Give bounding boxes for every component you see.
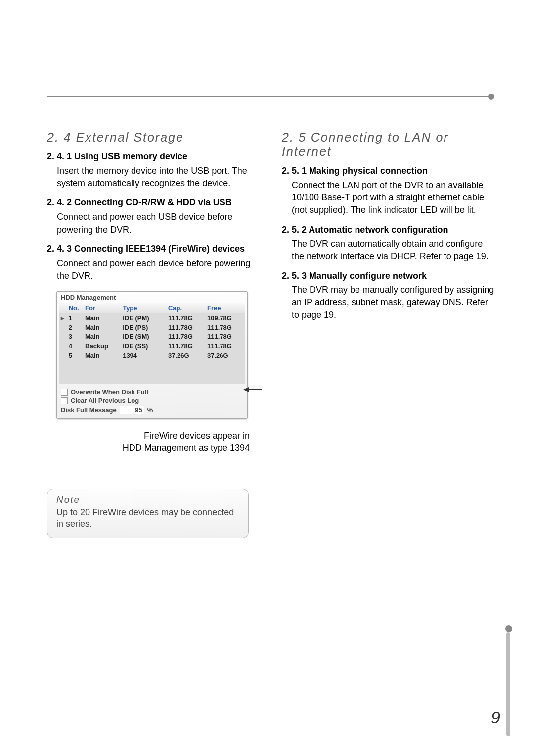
- page-number: 9: [491, 708, 500, 727]
- hdd-panel-title: HDD Management: [57, 292, 247, 303]
- cell-cap: 37.26G: [167, 351, 206, 360]
- cell-for: Backup: [84, 341, 121, 351]
- table-row[interactable]: 4 Backup IDE (SS) 111.78G 111.78G: [59, 341, 245, 351]
- hdd-options: Overwrite When Disk Full Clear All Previ…: [57, 384, 247, 418]
- cell-type: IDE (SS): [121, 341, 167, 351]
- disk-full-label: Disk Full Message: [61, 406, 117, 414]
- figure-caption: FireWire devices appear in HDD Managemen…: [47, 430, 250, 454]
- para-2-5-1: Connect the LAN port of the DVR to an av…: [292, 179, 494, 217]
- hdr-sel: [59, 303, 67, 313]
- hdd-table-body: ▸ 1 Main IDE (PM) 111.78G 109.78G 2 Main…: [59, 313, 245, 384]
- checkbox-icon[interactable]: [61, 397, 68, 404]
- para-2-4-2: Connect and power each USB device before…: [57, 211, 260, 236]
- hdd-table-header: No. For Type Cap. Free: [59, 303, 245, 313]
- heading-2-5: 2. 5 Connecting to LAN or Internet: [282, 130, 494, 159]
- row-selector-icon: [59, 351, 67, 360]
- cell-type: 1394: [121, 351, 167, 360]
- disk-full-message-row: Disk Full Message 95 %: [61, 406, 243, 414]
- hdr-cap: Cap.: [167, 303, 206, 313]
- checkbox-icon[interactable]: [61, 389, 68, 396]
- header-rule: [47, 96, 494, 100]
- cell-free: 111.78G: [206, 332, 245, 341]
- hdr-no: No.: [67, 303, 84, 313]
- table-row[interactable]: ▸ 1 Main IDE (PM) 111.78G 109.78G: [59, 313, 245, 323]
- cell-type: IDE (PS): [121, 323, 167, 332]
- cell-for: Main: [84, 323, 121, 332]
- heading-2-5-2: 2. 5. 2 Automatic network configuration: [282, 225, 494, 235]
- hdr-free: Free: [206, 303, 245, 313]
- para-2-4-1: Insert the memory device into the USB po…: [57, 165, 260, 189]
- hdd-management-panel: HDD Management No. For Type Cap. Free ▸ …: [56, 291, 248, 419]
- row-selector-icon: [59, 332, 67, 341]
- cell-cap: 111.78G: [167, 332, 206, 341]
- heading-2-5-3: 2. 5. 3 Manually configure network: [282, 271, 494, 281]
- heading-2-5-1: 2. 5. 1 Making physical connection: [282, 166, 494, 176]
- cell-free: 109.78G: [206, 313, 245, 323]
- heading-2-4-2: 2. 4. 2 Connecting CD-R/RW & HDD via USB: [47, 197, 260, 208]
- row-selector-icon: ▸: [59, 313, 67, 323]
- note-box: Note Up to 20 FireWire devices may be co…: [47, 489, 249, 539]
- table-row[interactable]: 5 Main 1394 37.26G 37.26G: [59, 351, 245, 360]
- caption-line-2: HDD Management as type 1394: [123, 443, 250, 453]
- para-2-5-2: The DVR can automatically obtain and con…: [292, 238, 494, 263]
- overwrite-option[interactable]: Overwrite When Disk Full: [61, 388, 243, 396]
- caption-line-1: FireWire devices appear in: [144, 431, 250, 441]
- para-2-5-3: The DVR may be manually configured by as…: [292, 284, 494, 322]
- disk-full-unit: %: [147, 406, 153, 414]
- cell-for: Main: [84, 313, 121, 323]
- hdr-for: For: [84, 303, 121, 313]
- clear-log-option[interactable]: Clear All Previous Log: [61, 397, 243, 404]
- page-tab-decoration: [506, 632, 510, 736]
- cell-no: 1: [67, 313, 84, 323]
- cell-cap: 111.78G: [167, 341, 206, 351]
- disk-full-value-input[interactable]: 95: [120, 406, 144, 414]
- row-selector-icon: [59, 341, 67, 351]
- cell-free: 37.26G: [206, 351, 245, 360]
- cell-cap: 111.78G: [167, 313, 206, 323]
- cell-type: IDE (PM): [121, 313, 167, 323]
- cell-no: 5: [67, 351, 84, 360]
- cell-type: IDE (SM): [121, 332, 167, 341]
- hdd-table: No. For Type Cap. Free ▸ 1 Main IDE (PM)…: [59, 303, 245, 384]
- cell-free: 111.78G: [206, 341, 245, 351]
- heading-2-4-3: 2. 4. 3 Connecting IEEE1394 (FireWire) d…: [47, 244, 260, 254]
- row-selector-icon: [59, 323, 67, 332]
- cell-no: 3: [67, 332, 84, 341]
- cell-no: 2: [67, 323, 84, 332]
- cell-no: 4: [67, 341, 84, 351]
- cell-for: Main: [84, 332, 121, 341]
- cell-for: Main: [84, 351, 121, 360]
- heading-2-4-1: 2. 4. 1 Using USB memory device: [47, 151, 260, 162]
- heading-2-4: 2. 4 External Storage: [47, 130, 260, 144]
- note-body: Up to 20 FireWire devices may be connect…: [56, 506, 239, 530]
- clear-log-label: Clear All Previous Log: [71, 397, 139, 404]
- para-2-4-3: Connect and power each device before pow…: [57, 257, 260, 282]
- left-column: 2. 4 External Storage 2. 4. 1 Using USB …: [47, 121, 260, 538]
- right-column: 2. 5 Connecting to LAN or Internet 2. 5.…: [282, 121, 494, 538]
- hdr-type: Type: [121, 303, 167, 313]
- table-row[interactable]: 3 Main IDE (SM) 111.78G 111.78G: [59, 332, 245, 341]
- table-row[interactable]: 2 Main IDE (PS) 111.78G 111.78G: [59, 323, 245, 332]
- note-title: Note: [56, 494, 239, 505]
- cell-cap: 111.78G: [167, 323, 206, 332]
- cell-free: 111.78G: [206, 323, 245, 332]
- overwrite-label: Overwrite When Disk Full: [71, 388, 148, 396]
- callout-arrow-icon: [243, 387, 263, 393]
